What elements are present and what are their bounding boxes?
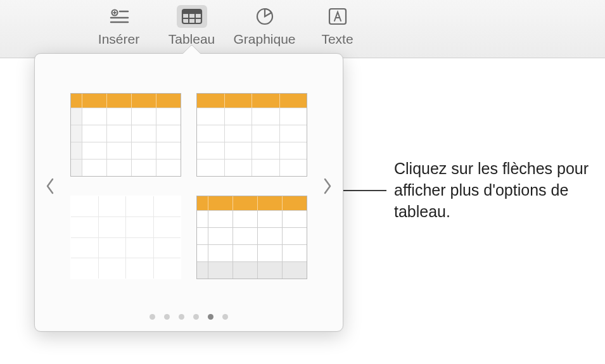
table-styles-popover [34,53,343,332]
toolbar-label: Graphique [233,32,295,47]
table-style-option-4[interactable] [196,196,307,279]
table-preview [196,196,307,279]
insert-icon [104,5,134,28]
table-preview [70,93,181,177]
table-style-option-3[interactable] [70,196,181,279]
toolbar-table[interactable]: Tableau [155,5,228,47]
pager-dot-5[interactable] [222,314,228,320]
chart-icon [250,5,280,28]
toolbar: Insérer Tableau Graphique [0,0,605,58]
toolbar-label: Texte [321,32,353,47]
table-icon [177,5,207,28]
chevron-right-icon [322,177,333,195]
pager-dot-4[interactable] [208,314,213,320]
next-arrow[interactable] [312,73,343,299]
toolbar-chart[interactable]: Graphique [228,5,301,47]
popover-body [35,54,343,331]
table-style-option-1[interactable] [70,93,181,177]
pager-dot-1[interactable] [164,314,170,320]
table-preview [196,93,307,177]
text-icon [322,5,353,28]
table-style-option-2[interactable] [196,93,307,177]
prev-arrow[interactable] [35,73,65,299]
callout-text: Cliquez sur les flèches pour afficher pl… [394,158,590,222]
toolbar-text[interactable]: Texte [301,5,374,47]
pager-dot-0[interactable] [150,314,155,320]
toolbar-insert[interactable]: Insérer [82,5,155,47]
pagination-dots [35,314,343,320]
help-callout: Cliquez sur les flèches pour afficher pl… [333,158,590,222]
svg-rect-7 [183,10,201,14]
table-styles-grid [65,88,312,284]
chevron-left-icon [45,177,55,195]
toolbar-label: Insérer [98,32,139,47]
table-preview [70,196,181,279]
pager-dot-3[interactable] [193,314,199,320]
pager-dot-2[interactable] [179,314,184,320]
